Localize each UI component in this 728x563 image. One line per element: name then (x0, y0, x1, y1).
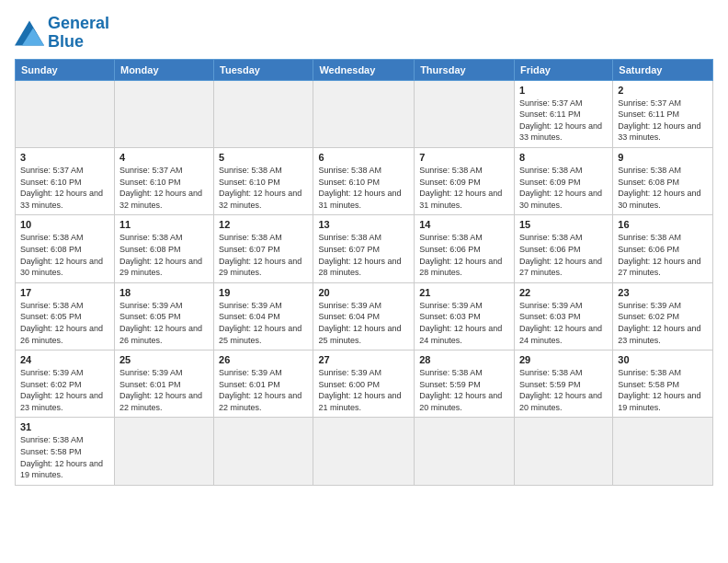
day-cell: 11Sunrise: 5:38 AM Sunset: 6:08 PM Dayli… (114, 215, 213, 282)
day-number: 23 (618, 287, 708, 298)
day-cell: 9Sunrise: 5:38 AM Sunset: 6:08 PM Daylig… (613, 147, 713, 214)
day-info: Sunrise: 5:38 AM Sunset: 6:08 PM Dayligh… (119, 232, 209, 278)
col-header-monday: Monday (114, 59, 213, 80)
day-number: 9 (618, 152, 708, 163)
day-number: 2 (618, 85, 708, 96)
day-cell: 18Sunrise: 5:39 AM Sunset: 6:05 PM Dayli… (114, 282, 213, 350)
day-cell (313, 418, 415, 485)
day-cell (514, 418, 612, 485)
day-info: Sunrise: 5:39 AM Sunset: 6:01 PM Dayligh… (219, 367, 308, 413)
day-info: Sunrise: 5:39 AM Sunset: 6:01 PM Dayligh… (119, 367, 209, 413)
day-cell: 28Sunrise: 5:38 AM Sunset: 5:59 PM Dayli… (415, 350, 515, 418)
day-info: Sunrise: 5:39 AM Sunset: 6:03 PM Dayligh… (419, 300, 509, 346)
day-cell: 1Sunrise: 5:37 AM Sunset: 6:11 PM Daylig… (514, 80, 612, 147)
day-info: Sunrise: 5:38 AM Sunset: 5:58 PM Dayligh… (618, 367, 708, 413)
col-header-wednesday: Wednesday (313, 59, 415, 80)
day-cell (415, 80, 515, 147)
day-cell: 13Sunrise: 5:38 AM Sunset: 6:07 PM Dayli… (313, 215, 415, 282)
day-cell: 7Sunrise: 5:38 AM Sunset: 6:09 PM Daylig… (415, 147, 515, 214)
day-number: 21 (419, 287, 509, 298)
day-number: 6 (318, 152, 409, 163)
day-number: 8 (519, 152, 608, 163)
day-number: 26 (219, 354, 308, 365)
day-info: Sunrise: 5:38 AM Sunset: 6:06 PM Dayligh… (618, 232, 708, 278)
day-info: Sunrise: 5:38 AM Sunset: 6:05 PM Dayligh… (20, 300, 109, 346)
day-info: Sunrise: 5:38 AM Sunset: 6:08 PM Dayligh… (20, 232, 109, 278)
col-header-saturday: Saturday (613, 59, 713, 80)
day-number: 30 (618, 354, 708, 365)
day-cell (114, 80, 213, 147)
day-number: 13 (318, 219, 409, 230)
day-info: Sunrise: 5:39 AM Sunset: 6:00 PM Dayligh… (318, 367, 409, 413)
day-info: Sunrise: 5:38 AM Sunset: 5:59 PM Dayligh… (519, 367, 608, 413)
day-info: Sunrise: 5:39 AM Sunset: 6:04 PM Dayligh… (318, 300, 409, 346)
day-cell: 8Sunrise: 5:38 AM Sunset: 6:09 PM Daylig… (514, 147, 612, 214)
day-cell: 24Sunrise: 5:39 AM Sunset: 6:02 PM Dayli… (16, 350, 115, 418)
day-cell: 5Sunrise: 5:38 AM Sunset: 6:10 PM Daylig… (214, 147, 313, 214)
day-info: Sunrise: 5:38 AM Sunset: 6:09 PM Dayligh… (519, 165, 608, 211)
day-cell: 26Sunrise: 5:39 AM Sunset: 6:01 PM Dayli… (214, 350, 313, 418)
day-cell: 2Sunrise: 5:37 AM Sunset: 6:11 PM Daylig… (613, 80, 713, 147)
day-cell (214, 80, 313, 147)
day-number: 24 (20, 354, 109, 365)
day-info: Sunrise: 5:39 AM Sunset: 6:02 PM Dayligh… (618, 300, 708, 346)
day-number: 18 (119, 287, 209, 298)
day-number: 20 (318, 287, 409, 298)
col-header-friday: Friday (514, 59, 612, 80)
day-number: 7 (419, 152, 509, 163)
day-cell: 29Sunrise: 5:38 AM Sunset: 5:59 PM Dayli… (514, 350, 612, 418)
header-row: SundayMondayTuesdayWednesdayThursdayFrid… (16, 59, 713, 80)
day-info: Sunrise: 5:38 AM Sunset: 6:09 PM Dayligh… (419, 165, 509, 211)
day-cell: 27Sunrise: 5:39 AM Sunset: 6:00 PM Dayli… (313, 350, 415, 418)
day-info: Sunrise: 5:38 AM Sunset: 5:59 PM Dayligh… (419, 367, 509, 413)
day-number: 16 (618, 219, 708, 230)
page-header: General Blue (15, 15, 713, 52)
day-number: 15 (519, 219, 608, 230)
day-cell: 12Sunrise: 5:38 AM Sunset: 6:07 PM Dayli… (214, 215, 313, 282)
day-info: Sunrise: 5:37 AM Sunset: 6:10 PM Dayligh… (20, 165, 109, 211)
day-info: Sunrise: 5:39 AM Sunset: 6:03 PM Dayligh… (519, 300, 608, 346)
week-row-4: 24Sunrise: 5:39 AM Sunset: 6:02 PM Dayli… (16, 350, 713, 418)
day-info: Sunrise: 5:38 AM Sunset: 6:06 PM Dayligh… (419, 232, 509, 278)
day-cell: 25Sunrise: 5:39 AM Sunset: 6:01 PM Dayli… (114, 350, 213, 418)
day-number: 29 (519, 354, 608, 365)
day-number: 5 (219, 152, 308, 163)
day-number: 1 (519, 85, 608, 96)
day-cell: 21Sunrise: 5:39 AM Sunset: 6:03 PM Dayli… (415, 282, 515, 350)
day-cell: 6Sunrise: 5:38 AM Sunset: 6:10 PM Daylig… (313, 147, 415, 214)
day-number: 31 (20, 421, 109, 432)
logo-icon (15, 20, 44, 46)
day-cell: 22Sunrise: 5:39 AM Sunset: 6:03 PM Dayli… (514, 282, 612, 350)
day-info: Sunrise: 5:37 AM Sunset: 6:11 PM Dayligh… (519, 98, 608, 144)
day-info: Sunrise: 5:38 AM Sunset: 6:10 PM Dayligh… (219, 165, 308, 211)
col-header-thursday: Thursday (415, 59, 515, 80)
day-cell: 16Sunrise: 5:38 AM Sunset: 6:06 PM Dayli… (613, 215, 713, 282)
day-info: Sunrise: 5:38 AM Sunset: 5:58 PM Dayligh… (20, 434, 109, 480)
day-info: Sunrise: 5:37 AM Sunset: 6:10 PM Dayligh… (119, 165, 209, 211)
day-number: 19 (219, 287, 308, 298)
day-cell: 17Sunrise: 5:38 AM Sunset: 6:05 PM Dayli… (16, 282, 115, 350)
day-info: Sunrise: 5:38 AM Sunset: 6:06 PM Dayligh… (519, 232, 608, 278)
day-info: Sunrise: 5:39 AM Sunset: 6:04 PM Dayligh… (219, 300, 308, 346)
day-cell: 14Sunrise: 5:38 AM Sunset: 6:06 PM Dayli… (415, 215, 515, 282)
day-cell: 15Sunrise: 5:38 AM Sunset: 6:06 PM Dayli… (514, 215, 612, 282)
day-number: 17 (20, 287, 109, 298)
day-cell: 10Sunrise: 5:38 AM Sunset: 6:08 PM Dayli… (16, 215, 115, 282)
logo: General Blue (15, 15, 109, 52)
day-number: 22 (519, 287, 608, 298)
week-row-2: 10Sunrise: 5:38 AM Sunset: 6:08 PM Dayli… (16, 215, 713, 282)
day-info: Sunrise: 5:38 AM Sunset: 6:10 PM Dayligh… (318, 165, 409, 211)
week-row-3: 17Sunrise: 5:38 AM Sunset: 6:05 PM Dayli… (16, 282, 713, 350)
day-cell: 3Sunrise: 5:37 AM Sunset: 6:10 PM Daylig… (16, 147, 115, 214)
day-number: 10 (20, 219, 109, 230)
week-row-5: 31Sunrise: 5:38 AM Sunset: 5:58 PM Dayli… (16, 418, 713, 485)
col-header-sunday: Sunday (16, 59, 115, 80)
day-number: 27 (318, 354, 409, 365)
day-number: 4 (119, 152, 209, 163)
day-info: Sunrise: 5:39 AM Sunset: 6:02 PM Dayligh… (20, 367, 109, 413)
col-header-tuesday: Tuesday (214, 59, 313, 80)
day-number: 11 (119, 219, 209, 230)
day-cell: 31Sunrise: 5:38 AM Sunset: 5:58 PM Dayli… (16, 418, 115, 485)
day-cell (16, 80, 115, 147)
day-cell (114, 418, 213, 485)
